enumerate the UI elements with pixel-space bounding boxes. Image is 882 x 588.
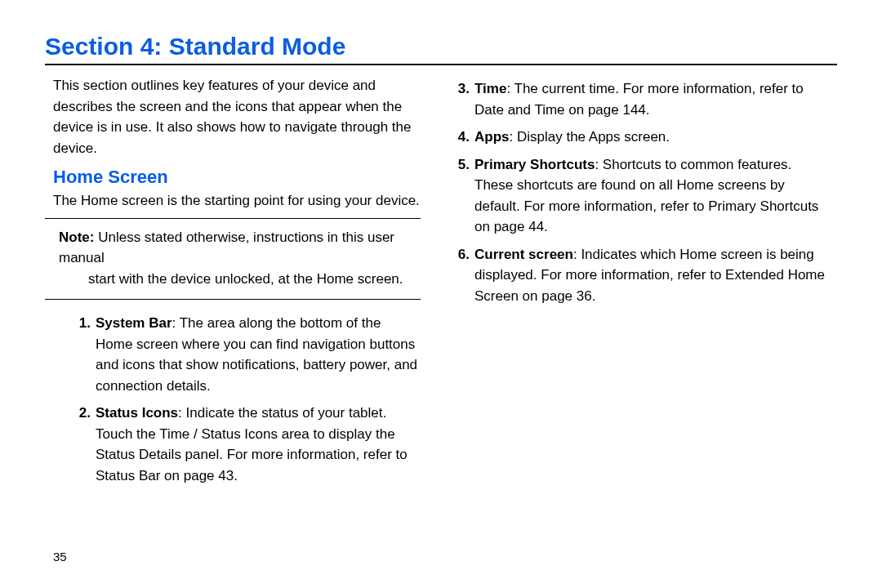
list-rest: : Display the Apps screen.	[510, 129, 670, 145]
list-text: Apps: Display the Apps screen.	[474, 127, 827, 148]
list-text: Status Icons: Indicate the status of you…	[96, 403, 421, 486]
numbered-list-right: 3. Time: The current time. For more info…	[452, 78, 827, 306]
list-number: 1.	[45, 313, 96, 334]
note-text-line1: Unless stated otherwise, instructions in…	[59, 229, 394, 266]
list-number: 2.	[45, 403, 96, 424]
subsection-lead: The Home screen is the starting point fo…	[45, 191, 421, 212]
section-title: Section 4: Standard Mode	[45, 33, 837, 60]
list-term: System Bar	[96, 315, 172, 331]
list-term: Status Icons	[96, 405, 178, 421]
list-text: Primary Shortcuts: Shortcuts to common f…	[474, 154, 827, 238]
intro-paragraph: This section outlines key features of yo…	[45, 75, 421, 158]
list-text: System Bar: The area along the bottom of…	[96, 313, 421, 396]
list-number: 4.	[452, 127, 474, 148]
list-number: 3.	[452, 78, 474, 100]
title-rule	[45, 64, 837, 65]
list-item: 2. Status Icons: Indicate the status of …	[45, 403, 421, 486]
list-text: Time: The current time. For more informa…	[474, 78, 827, 120]
right-column: 3. Time: The current time. For more info…	[452, 75, 827, 492]
list-rest: : The current time. For more information…	[474, 81, 804, 118]
list-item: 1. System Bar: The area along the bottom…	[45, 313, 421, 396]
list-term: Time	[474, 81, 506, 96]
list-term: Apps	[474, 129, 510, 145]
note-rule-top	[45, 218, 421, 219]
list-text: Current screen: Indicates which Home scr…	[474, 244, 827, 307]
subsection-heading: Home Screen	[53, 167, 421, 188]
list-number: 6.	[452, 244, 474, 265]
list-term: Current screen	[474, 247, 573, 262]
numbered-list-left: 1. System Bar: The area along the bottom…	[45, 313, 421, 486]
note-label: Note:	[59, 229, 94, 245]
list-item: 3. Time: The current time. For more info…	[452, 78, 827, 120]
note-text-line2: start with the device unlocked, at the H…	[59, 269, 412, 290]
list-number: 5.	[452, 154, 474, 176]
list-item: 4. Apps: Display the Apps screen.	[452, 127, 827, 148]
document-page: Section 4: Standard Mode This section ou…	[0, 0, 882, 588]
list-term: Primary Shortcuts	[474, 157, 595, 172]
content-columns: This section outlines key features of yo…	[45, 75, 837, 492]
left-column: This section outlines key features of yo…	[45, 75, 421, 492]
page-number: 35	[53, 550, 67, 564]
list-item: 5. Primary Shortcuts: Shortcuts to commo…	[452, 154, 827, 238]
note-block: Note: Unless stated otherwise, instructi…	[57, 227, 412, 290]
list-item: 6. Current screen: Indicates which Home …	[452, 244, 827, 307]
note-rule-bottom	[45, 299, 421, 300]
